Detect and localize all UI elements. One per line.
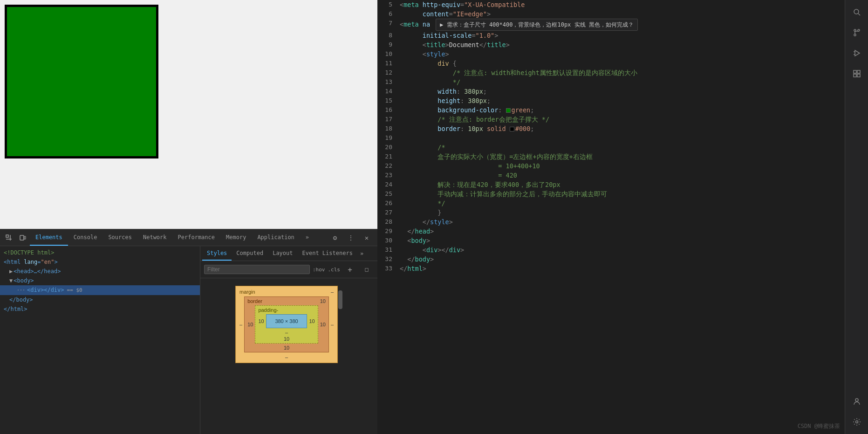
tab-performance[interactable]: Performance [172, 229, 220, 246]
styles-filter-input[interactable] [204, 265, 310, 274]
code-line-8: 8 initial-scale="1.0"> [377, 31, 845, 40]
line-content-24: 解决：现在是420，要求400，多出了20px [400, 180, 845, 189]
line-number-7: 7 [377, 19, 400, 28]
line-content-7: <meta na ▶ 需求：盒子尺寸 400*400，背景绿色，边框10px 实… [400, 19, 845, 31]
search-sidebar-button[interactable] [848, 4, 865, 21]
line-content-20: /* [400, 143, 845, 152]
border-box: border 10 10 padding- [244, 296, 329, 352]
line-number-12: 12 [377, 68, 400, 77]
code-line-21: 21 盒子的实际大小（宽度）=左边框+内容的宽度+右边框 [377, 152, 845, 161]
line-content-28: </style> [400, 217, 845, 227]
devtools-settings-button[interactable]: ⚙ [328, 231, 342, 244]
line-number-15: 15 [377, 96, 400, 105]
code-line-17: 17 /* 注意点: border会把盒子撑大 */ [377, 115, 845, 124]
toggle-sidebar-button[interactable]: □ [360, 263, 373, 276]
devtools-close-button[interactable]: ✕ [360, 231, 373, 244]
filter-hov-button[interactable]: :hov [313, 267, 325, 273]
code-line-10: 10 <style> [377, 49, 845, 59]
line-number-26: 26 [377, 199, 400, 208]
code-line-19: 19 [377, 133, 845, 143]
tab-more[interactable]: » [300, 229, 314, 246]
dom-line-html: <html lang="en"> [0, 257, 200, 267]
padding-label: padding- [258, 307, 278, 313]
line-content-12: /* 注意点: width和height属性默认设置的是内容区域的大小 [400, 68, 845, 77]
line-content-9: <title>Document</title> [400, 40, 845, 49]
line-content-13: */ [400, 77, 845, 87]
line-content-23: = 420 [400, 171, 845, 180]
svg-line-6 [858, 14, 860, 15]
subtabs-more[interactable]: » [357, 250, 366, 257]
border-label: border [247, 298, 262, 304]
element-picker-button[interactable] [2, 231, 15, 244]
margin-label: margin [239, 289, 255, 295]
box-model-diagram: margin – – border 10 [235, 286, 338, 363]
subtab-layout[interactable]: Layout [268, 246, 297, 261]
margin-left-value: – [239, 322, 242, 327]
filter-cls-button[interactable]: .cls [328, 267, 341, 273]
code-line-20: 20 /* [377, 143, 845, 152]
devtools-actions: ⚙ ⋮ ✕ [328, 231, 376, 244]
svg-point-5 [854, 9, 859, 14]
settings-sidebar-button[interactable] [848, 413, 865, 430]
account-sidebar-button[interactable] [848, 393, 865, 410]
line-content-29: </head> [400, 227, 845, 236]
code-editor-panel: 5 <meta http-equiv="X-UA-Compatible 6 co… [377, 0, 868, 434]
code-line-27: 27 } [377, 208, 845, 217]
code-editor[interactable]: 5 <meta http-equiv="X-UA-Compatible 6 co… [377, 0, 845, 434]
line-content-27: } [400, 208, 845, 217]
line-number-8: 8 [377, 31, 400, 40]
add-style-rule-button[interactable]: + [343, 263, 356, 276]
code-line-28: 28 </style> [377, 217, 845, 227]
subtab-event-listeners[interactable]: Event Listeners [298, 246, 357, 261]
svg-rect-16 [857, 70, 860, 73]
extensions-sidebar-button[interactable] [848, 65, 865, 82]
devtools-toolbar: Elements Console Sources Network Perform… [0, 229, 377, 246]
devtools-more-button[interactable]: ⋮ [344, 231, 357, 244]
code-line-7: 7 <meta na ▶ 需求：盒子尺寸 400*400，背景绿色，边框10px… [377, 19, 845, 31]
box-model-area: margin – – border 10 [200, 278, 377, 434]
tab-console[interactable]: Console [68, 229, 103, 246]
svg-marker-12 [855, 50, 860, 56]
devtools-tabs: Elements Console Sources Network Perform… [30, 229, 328, 246]
line-content-26: */ [400, 199, 845, 208]
code-line-13: 13 */ [377, 77, 845, 87]
dom-line-div[interactable]: ···<div></div>== $0 [0, 285, 200, 295]
run-debug-sidebar-button[interactable] [848, 45, 865, 62]
code-line-33: 33 </html> [377, 264, 845, 273]
tab-memory[interactable]: Memory [220, 229, 252, 246]
code-line-26: 26 */ [377, 199, 845, 208]
tab-network[interactable]: Network [137, 229, 172, 246]
line-number-27: 27 [377, 208, 400, 217]
padding-right-value: 10 [309, 318, 314, 324]
scrollbar-thumb[interactable] [338, 290, 342, 309]
svg-point-20 [855, 421, 858, 423]
tab-application[interactable]: Application [252, 229, 300, 246]
svg-rect-3 [20, 235, 24, 240]
content-size: 380 × 380 [275, 318, 298, 324]
line-content-10: <style> [400, 49, 845, 59]
color-swatch-green [506, 108, 511, 113]
line-number-19: 19 [377, 133, 400, 143]
line-number-14: 14 [377, 87, 400, 96]
tab-sources[interactable]: Sources [103, 229, 137, 246]
line-content-33: </html> [400, 264, 845, 273]
svg-rect-15 [854, 70, 856, 73]
border-right-value: 10 [320, 322, 326, 327]
dom-line-doctype: <!DOCTYPE html> [0, 248, 200, 257]
line-content-11: div { [400, 59, 845, 68]
source-control-sidebar-button[interactable] [848, 24, 865, 41]
elements-panel: <!DOCTYPE html> <html lang="en"> ▶<head>… [0, 246, 377, 434]
code-line-29: 29 </head> [377, 227, 845, 236]
code-line-9: 9 <title>Document</title> [377, 40, 845, 49]
tab-elements[interactable]: Elements [30, 229, 68, 246]
code-line-12: 12 /* 注意点: width和height属性默认设置的是内容区域的大小 [377, 68, 845, 77]
code-line-6: 6 content="IE=edge"> [377, 9, 845, 19]
line-content-6: content="IE=edge"> [400, 9, 845, 19]
line-number-25: 25 [377, 189, 400, 199]
subtab-computed[interactable]: Computed [232, 246, 268, 261]
subtab-styles[interactable]: Styles [202, 246, 232, 261]
editor-sidebar [845, 0, 868, 434]
devtools-panel: Elements Console Sources Network Perform… [0, 229, 377, 434]
device-toggle-button[interactable] [16, 231, 29, 244]
dom-tree[interactable]: <!DOCTYPE html> <html lang="en"> ▶<head>… [0, 246, 200, 434]
